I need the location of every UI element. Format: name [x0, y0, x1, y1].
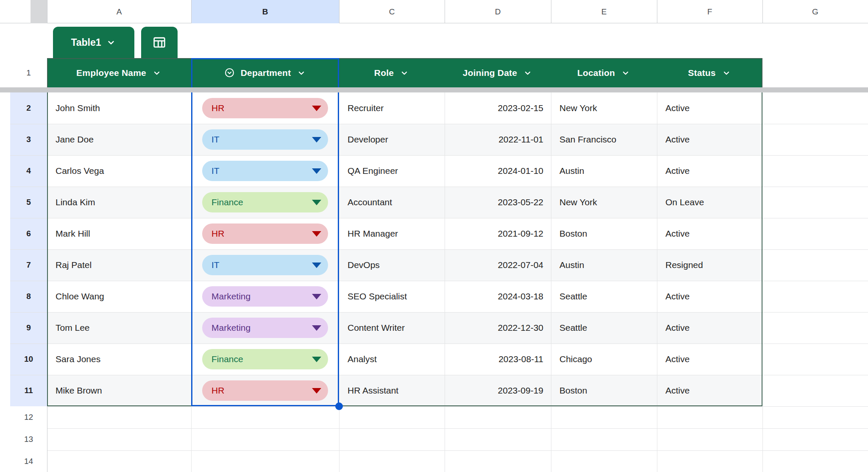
- cell-status[interactable]: Active: [657, 92, 762, 124]
- department-chip[interactable]: IT: [202, 255, 328, 275]
- cell-location[interactable]: Boston: [551, 375, 657, 406]
- cell-joining-date[interactable]: 2023-09-19: [445, 375, 551, 406]
- department-chip[interactable]: IT: [202, 161, 328, 181]
- column-header-name[interactable]: Employee Name: [47, 58, 191, 87]
- column-header-status[interactable]: Status: [657, 58, 762, 87]
- row-header-5[interactable]: 5: [10, 187, 47, 218]
- department-chip[interactable]: Marketing: [202, 318, 328, 338]
- cell-role[interactable]: Analyst: [339, 344, 445, 375]
- cell-employee-name[interactable]: Linda Kim: [47, 187, 191, 218]
- cell-role[interactable]: Accountant: [339, 187, 445, 218]
- cell-employee-name[interactable]: Chloe Wang: [47, 281, 191, 312]
- table-menu-tab[interactable]: [141, 27, 178, 58]
- department-chip[interactable]: HR: [202, 98, 328, 118]
- department-chip[interactable]: Finance: [202, 349, 328, 369]
- cell-role[interactable]: Developer: [339, 124, 445, 155]
- row-header-7[interactable]: 7: [10, 249, 47, 281]
- row-header-2[interactable]: 2: [10, 92, 47, 124]
- cell-status[interactable]: Active: [657, 344, 762, 375]
- department-chip[interactable]: IT: [202, 129, 328, 150]
- chevron-down-icon[interactable]: [399, 68, 409, 78]
- cell-location[interactable]: New York: [551, 187, 657, 218]
- row-header-1[interactable]: 1: [10, 58, 47, 87]
- cell-joining-date[interactable]: 2024-03-18: [445, 281, 551, 312]
- cell-joining-date[interactable]: 2022-12-30: [445, 312, 551, 344]
- cell-department[interactable]: Finance: [191, 187, 339, 218]
- column-header-B[interactable]: B: [191, 0, 339, 23]
- cell-employee-name[interactable]: Raj Patel: [47, 249, 191, 281]
- chevron-down-icon[interactable]: [296, 68, 306, 78]
- cell-employee-name[interactable]: Sara Jones: [47, 344, 191, 375]
- row-header-9[interactable]: 9: [10, 312, 47, 344]
- department-chip[interactable]: HR: [202, 380, 328, 401]
- cell-department[interactable]: Marketing: [191, 281, 339, 312]
- cell-employee-name[interactable]: Jane Doe: [47, 124, 191, 155]
- cell-role[interactable]: HR Assistant: [339, 375, 445, 406]
- row-header-3[interactable]: 3: [10, 124, 47, 155]
- cell-department[interactable]: IT: [191, 124, 339, 155]
- cell-status[interactable]: Active: [657, 312, 762, 344]
- column-header-D[interactable]: D: [445, 0, 551, 23]
- cell-role[interactable]: Content Writer: [339, 312, 445, 344]
- row-header-12[interactable]: 12: [10, 406, 47, 428]
- row-header-4[interactable]: 4: [10, 155, 47, 187]
- cell-status[interactable]: Active: [657, 218, 762, 249]
- cell-department[interactable]: IT: [191, 155, 339, 187]
- cell-role[interactable]: Recruiter: [339, 92, 445, 124]
- cell-department[interactable]: IT: [191, 249, 339, 281]
- cell-location[interactable]: Seattle: [551, 312, 657, 344]
- cell-employee-name[interactable]: Mark Hill: [47, 218, 191, 249]
- chevron-down-icon[interactable]: [523, 68, 533, 78]
- row-header-14[interactable]: 14: [10, 450, 47, 472]
- cell-employee-name[interactable]: Mike Brown: [47, 375, 191, 406]
- cell-location[interactable]: New York: [551, 92, 657, 124]
- department-chip[interactable]: Marketing: [202, 286, 328, 307]
- column-header-C[interactable]: C: [339, 0, 445, 23]
- table-name-tab[interactable]: Table1: [53, 27, 134, 58]
- column-header-F[interactable]: F: [657, 0, 762, 23]
- cell-location[interactable]: Austin: [551, 155, 657, 187]
- cell-location[interactable]: Austin: [551, 249, 657, 281]
- cell-status[interactable]: On Leave: [657, 187, 762, 218]
- row-header-11[interactable]: 11: [10, 375, 47, 406]
- column-header-joining_date[interactable]: Joining Date: [445, 58, 551, 87]
- row-header-13[interactable]: 13: [10, 428, 47, 450]
- cell-employee-name[interactable]: John Smith: [47, 92, 191, 124]
- cell-joining-date[interactable]: 2022-11-01: [445, 124, 551, 155]
- cell-role[interactable]: HR Manager: [339, 218, 445, 249]
- cell-joining-date[interactable]: 2023-05-22: [445, 187, 551, 218]
- cell-employee-name[interactable]: Carlos Vega: [47, 155, 191, 187]
- cell-status[interactable]: Resigned: [657, 249, 762, 281]
- chevron-down-icon[interactable]: [721, 68, 732, 78]
- cell-department[interactable]: Marketing: [191, 312, 339, 344]
- cell-department[interactable]: Finance: [191, 344, 339, 375]
- cell-department[interactable]: HR: [191, 218, 339, 249]
- column-header-G[interactable]: G: [762, 0, 868, 23]
- column-header-E[interactable]: E: [551, 0, 657, 23]
- chevron-down-icon[interactable]: [152, 68, 162, 78]
- department-chip[interactable]: HR: [202, 223, 328, 244]
- cell-joining-date[interactable]: 2021-09-12: [445, 218, 551, 249]
- cell-joining-date[interactable]: 2023-02-15: [445, 92, 551, 124]
- row-header-6[interactable]: 6: [10, 218, 47, 249]
- cell-joining-date[interactable]: 2024-01-10: [445, 155, 551, 187]
- column-header-department[interactable]: Department: [191, 58, 339, 87]
- row-header-8[interactable]: 8: [10, 281, 47, 312]
- column-header-location[interactable]: Location: [551, 58, 657, 87]
- select-all-corner[interactable]: [31, 0, 47, 23]
- column-header-role[interactable]: Role: [339, 58, 445, 87]
- cell-joining-date[interactable]: 2023-08-11: [445, 344, 551, 375]
- cell-status[interactable]: Active: [657, 375, 762, 406]
- cell-department[interactable]: HR: [191, 92, 339, 124]
- column-header-A[interactable]: A: [47, 0, 191, 23]
- cell-location[interactable]: Boston: [551, 218, 657, 249]
- cell-location[interactable]: San Francisco: [551, 124, 657, 155]
- cell-role[interactable]: SEO Specialist: [339, 281, 445, 312]
- cell-status[interactable]: Active: [657, 281, 762, 312]
- cell-location[interactable]: Chicago: [551, 344, 657, 375]
- chevron-down-icon[interactable]: [620, 68, 631, 78]
- cell-joining-date[interactable]: 2022-07-04: [445, 249, 551, 281]
- cell-role[interactable]: DevOps: [339, 249, 445, 281]
- cell-employee-name[interactable]: Tom Lee: [47, 312, 191, 344]
- cell-status[interactable]: Active: [657, 155, 762, 187]
